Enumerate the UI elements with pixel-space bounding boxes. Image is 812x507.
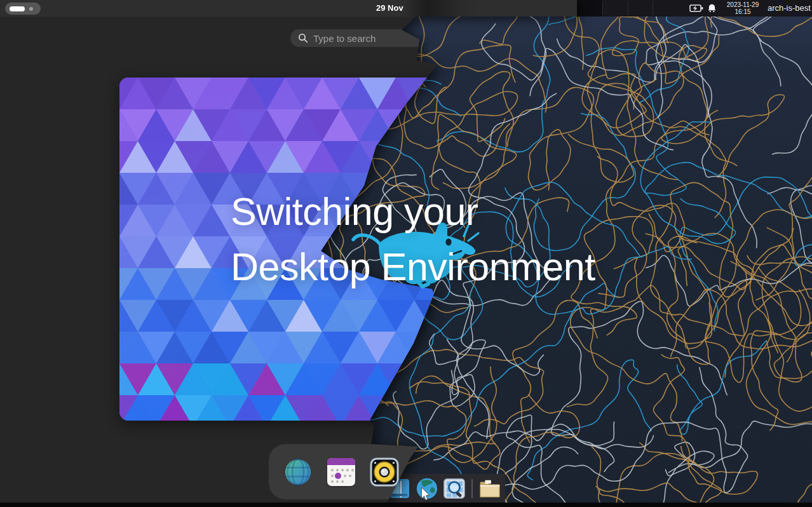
gnome-top-bar: 29 Nov: [0, 0, 577, 17]
desktop-composite: 2023-11-29 16:15 arch-is-best: [0, 0, 812, 507]
hero-line-1: Switching your: [231, 184, 595, 240]
top-bar-clock[interactable]: 29 Nov: [376, 0, 403, 17]
inactive-workspace-dot: [29, 7, 33, 11]
calendar-header: [327, 458, 355, 465]
bottom-black-strip: [0, 503, 812, 507]
search-bar[interactable]: [290, 29, 520, 47]
gnome-dash: [269, 444, 459, 499]
tear-shadow-overlay: [404, 0, 480, 17]
calendar-icon[interactable]: [326, 457, 356, 487]
workspace-indicator[interactable]: [5, 3, 41, 15]
hero-title: Switching your Desktop Environment: [231, 184, 595, 295]
hero-line-2: Desktop Environment: [231, 240, 595, 295]
search-input[interactable]: [313, 33, 453, 44]
speaker-icon[interactable]: [369, 457, 400, 487]
search-icon: [298, 33, 308, 43]
active-workspace-pill: [10, 6, 25, 11]
web-globe-icon[interactable]: [283, 457, 313, 487]
calendar-selected-day: [335, 473, 341, 479]
